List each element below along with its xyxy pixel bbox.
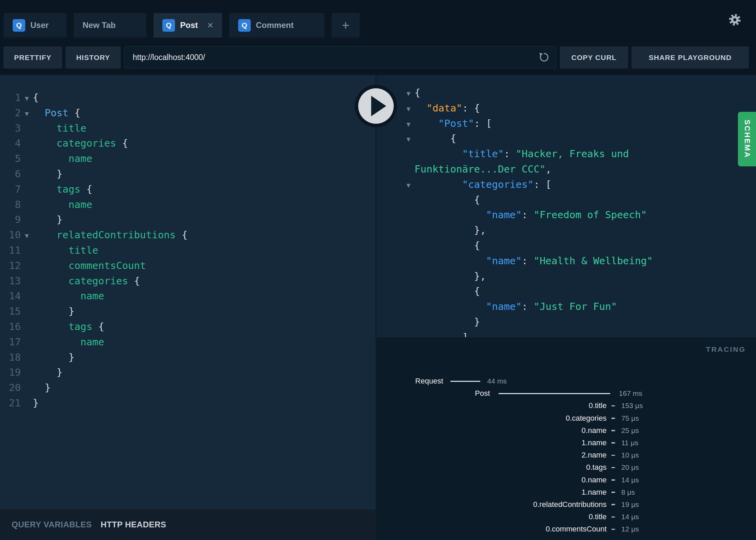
code-token: ,: [546, 163, 551, 175]
code-line: 13 categories {: [0, 273, 376, 289]
tracing-field-label: 0.name: [376, 424, 607, 437]
code-token: commentsCount: [33, 260, 146, 271]
tracing-duration-bar: [450, 381, 480, 382]
tab-post[interactable]: Q Post ×: [154, 13, 222, 38]
share-playground-button[interactable]: SHARE PLAYGROUND: [631, 46, 749, 69]
schema-tab[interactable]: SCHEMA: [738, 112, 756, 166]
endpoint-url-input[interactable]: [124, 46, 556, 69]
fold-arrow-icon[interactable]: ▾: [21, 106, 33, 121]
fold-arrow-icon[interactable]: ▾: [397, 101, 415, 117]
code-line: ▾{: [397, 85, 756, 101]
code-token: },: [415, 270, 486, 282]
close-icon[interactable]: ×: [207, 20, 213, 30]
tab-label: User: [30, 20, 48, 30]
tracing-panel-header[interactable]: TRACING: [706, 345, 746, 354]
query-variables-tab[interactable]: QUERY VARIABLES: [12, 520, 92, 529]
code-token: "name": [415, 301, 522, 312]
code-line: 19 }: [0, 365, 376, 380]
tracing-panel: TRACING Request44 msPost167 ms0.title153…: [376, 337, 756, 540]
tracing-field-label: Post: [376, 387, 490, 400]
line-number: 8: [0, 197, 21, 212]
tab-comment[interactable]: Q Comment: [229, 13, 324, 38]
tracing-row: 0.relatedContributions19 μs: [376, 498, 756, 511]
line-number: 15: [0, 304, 21, 319]
tracing-duration-text: 20 μs: [621, 461, 639, 474]
code-token: : {: [462, 102, 480, 114]
code-line: ]: [397, 330, 756, 337]
code-token: "name": [415, 209, 522, 221]
code-token: {: [116, 137, 128, 149]
code-line: {: [397, 284, 756, 299]
execute-query-button[interactable]: [355, 85, 397, 127]
line-number: 21: [0, 395, 21, 411]
query-editor-pane[interactable]: 1▾{2▾ Post {3 title4 categories {5 name6…: [0, 75, 376, 509]
fold-arrow-icon[interactable]: ▾: [397, 132, 415, 147]
http-headers-tab[interactable]: HTTP HEADERS: [101, 520, 166, 529]
code-line: 12 commentsCount: [0, 258, 376, 273]
tracing-duration-bar: [611, 516, 615, 518]
code-line: 6 }: [0, 166, 376, 182]
response-pane: ▾{▾ "data": {▾ "Post": [▾ { "title": "Ha…: [376, 75, 756, 337]
code-line: {: [397, 238, 756, 253]
code-line: },: [397, 269, 756, 284]
fold-arrow-icon[interactable]: ▾: [21, 228, 33, 243]
code-line: 21}: [0, 395, 376, 411]
code-token: "data": [415, 102, 462, 114]
settings-gear-icon[interactable]: [727, 12, 742, 27]
code-token: "title": [415, 148, 504, 160]
copy-curl-button[interactable]: COPY CURL: [560, 46, 628, 69]
fold-arrow-icon[interactable]: ▾: [397, 117, 415, 132]
line-number: 2: [0, 105, 21, 121]
tracing-field-label: 0.categories: [376, 412, 607, 424]
code-line: },: [397, 223, 756, 238]
tracing-duration-bar: [611, 467, 615, 468]
fold-arrow-icon[interactable]: ▾: [397, 86, 415, 101]
tab-label: New Tab: [83, 20, 116, 30]
tracing-duration-text: 19 μs: [621, 498, 639, 511]
code-token: : [: [534, 179, 551, 190]
tracing-field-label: 0.name: [376, 474, 607, 486]
code-token: name: [33, 153, 92, 164]
url-bar: [124, 46, 556, 69]
reload-endpoint-icon[interactable]: [538, 51, 550, 63]
code-token: }: [33, 366, 62, 378]
code-line: 5 name: [0, 151, 376, 166]
code-token: {: [415, 194, 480, 206]
tracing-field-label: 1.name: [376, 437, 607, 449]
code-line: 11 title: [0, 243, 376, 258]
code-token: {: [415, 87, 420, 99]
tracing-duration-bar: [498, 393, 610, 394]
tracing-duration-bar: [611, 430, 615, 431]
tracing-row: 0.commentsCount12 μs: [376, 523, 756, 535]
code-token: "Just For Fun": [534, 301, 617, 312]
history-button[interactable]: HISTORY: [66, 46, 121, 69]
code-token: "categories": [415, 179, 534, 190]
graphql-playground: Q User New Tab Q Post × Q Comment + PRET…: [0, 0, 756, 540]
line-number: 16: [0, 319, 21, 334]
code-token: Post: [33, 107, 69, 119]
tab-user[interactable]: Q User: [4, 13, 67, 38]
tracing-duration-bar: [611, 479, 615, 481]
fold-arrow-icon[interactable]: ▾: [397, 178, 415, 193]
fold-arrow-icon[interactable]: ▾: [21, 91, 33, 106]
code-line: 16 tags {: [0, 319, 376, 334]
code-token: "Post": [415, 118, 474, 129]
code-token: {: [92, 321, 104, 332]
query-badge-icon: Q: [238, 19, 251, 32]
code-token: },: [415, 224, 486, 236]
query-badge-icon: Q: [162, 19, 175, 32]
new-tab-button[interactable]: +: [332, 13, 360, 38]
tracing-field-label: 0.title: [376, 400, 607, 412]
tracing-duration-bar: [611, 529, 615, 530]
tracing-row: 2.name10 μs: [376, 449, 756, 461]
tab-new-tab[interactable]: New Tab: [74, 13, 146, 38]
schema-tab-label: SCHEMA: [743, 120, 752, 158]
code-token: tags: [33, 321, 92, 332]
line-number: 19: [0, 365, 21, 380]
code-line: "name": "Health & Wellbeing": [397, 253, 756, 269]
tracing-row: Post167 ms: [376, 387, 756, 400]
prettify-button[interactable]: PRETTIFY: [3, 46, 62, 69]
tracing-duration-bar: [611, 442, 615, 444]
tracing-field-label: 0.relatedContributions: [376, 498, 607, 511]
code-token: categories: [33, 137, 116, 149]
